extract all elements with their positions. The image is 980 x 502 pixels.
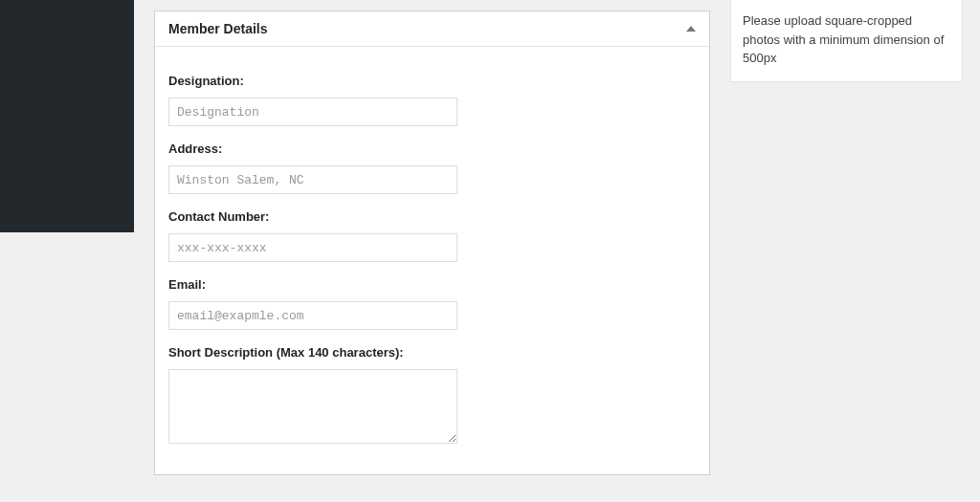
field-contact: Contact Number: (168, 209, 696, 262)
shortdesc-textarea[interactable] (168, 369, 457, 444)
email-input[interactable] (168, 301, 457, 330)
address-label: Address: (168, 142, 696, 156)
field-short-description: Short Description (Max 140 characters): (168, 345, 696, 447)
designation-label: Designation: (168, 74, 696, 88)
designation-input[interactable] (168, 98, 457, 126)
panel-title: Member Details (168, 21, 267, 36)
field-designation: Designation: (168, 74, 696, 126)
field-email: Email: (168, 277, 696, 330)
panel-header[interactable]: Member Details (155, 11, 709, 47)
email-label: Email: (168, 277, 696, 292)
address-input[interactable] (168, 165, 457, 194)
upload-instructions-note: Please upload square-cropped photos with… (730, 0, 963, 82)
admin-sidebar (0, 0, 134, 232)
shortdesc-label: Short Description (Max 140 characters): (168, 345, 696, 360)
panel-body: Designation: Address: Contact Number: Em… (155, 47, 709, 474)
field-address: Address: (168, 142, 696, 194)
member-details-panel: Member Details Designation: Address: Con… (154, 11, 710, 475)
contact-input[interactable] (168, 233, 457, 262)
contact-label: Contact Number: (168, 209, 696, 224)
collapse-toggle-icon[interactable] (686, 26, 696, 32)
upload-instructions-text: Please upload square-cropped photos with… (743, 13, 944, 65)
